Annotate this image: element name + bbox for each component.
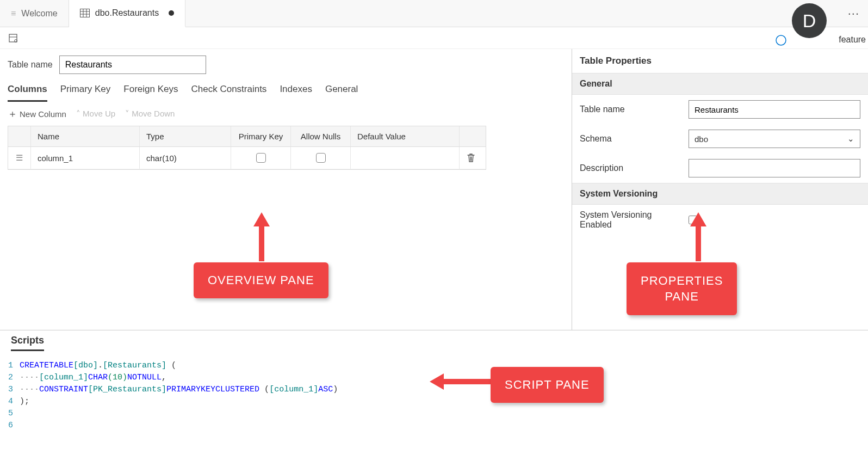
header-type: Type [140, 126, 231, 146]
svg-rect-0 [80, 9, 89, 17]
chevron-up-icon: ˄ [76, 109, 83, 118]
annotation-overview: OVERVIEW PANE [194, 262, 328, 298]
overview-pane: Table name Columns Primary Key Foreign K… [0, 49, 572, 330]
svg-rect-10 [259, 225, 264, 261]
prop-schema-label: Schema [580, 134, 683, 144]
avatar-initial: D [803, 10, 816, 32]
columns-toolbar: ＋New Column ˄ Move Up ˅ Move Down [8, 107, 564, 120]
plus-icon: ＋ [8, 108, 17, 119]
sub-toolbar [0, 27, 868, 49]
tab-restaurants[interactable]: dbo.Restaurants [69, 0, 185, 27]
columns-grid: Name Type Primary Key Allow Nulls Defaul… [8, 126, 486, 170]
section-general: General [572, 73, 868, 95]
cell-nulls[interactable] [291, 147, 351, 169]
move-up-button[interactable]: ˄ Move Up [76, 109, 115, 119]
prop-row-schema: Schema dbo ⌄ [572, 124, 868, 154]
scripts-header: Scripts [0, 330, 868, 355]
svg-rect-12 [696, 225, 701, 261]
feature-text: feature [839, 35, 866, 45]
section-sysver: System Versioning [572, 183, 868, 205]
designer-tabs: Columns Primary Key Foreign Keys Check C… [8, 84, 564, 102]
database-icon[interactable] [8, 33, 18, 44]
prop-row-tablename: Table name [572, 95, 868, 124]
table-name-label: Table name [8, 60, 53, 70]
annotation-properties: PROPERTIESPANE [627, 262, 737, 315]
header-nulls: Allow Nulls [291, 126, 351, 146]
drag-handle-icon[interactable]: ☰ [8, 147, 31, 169]
prop-sysver-label: System Versioning Enabled [580, 210, 683, 230]
designer-tab-general[interactable]: General [325, 84, 358, 102]
properties-title: Table Properties [572, 49, 868, 73]
annotation-script: SCRIPT PANE [491, 367, 604, 403]
delete-row-button[interactable] [460, 147, 482, 169]
table-row[interactable]: ☰ column_1 char(10) [8, 147, 486, 169]
prop-tablename-label: Table name [580, 105, 683, 114]
cell-name[interactable]: column_1 [31, 147, 140, 169]
header-name: Name [31, 126, 140, 146]
scripts-code[interactable]: 1CREATE TABLE [dbo].[Restaurants] ( 2···… [0, 355, 868, 454]
header-handle [8, 126, 31, 146]
header-pk: Primary Key [231, 126, 291, 146]
trash-icon [466, 152, 476, 163]
info-icon[interactable] [776, 35, 786, 47]
prop-description-label: Description [580, 163, 683, 173]
prop-description-input[interactable] [689, 159, 860, 177]
app-root: ≡ Welcome dbo.Restaurants ··· D feature [0, 0, 868, 454]
svg-marker-9 [253, 212, 270, 226]
grid-header: Name Type Primary Key Allow Nulls Defaul… [8, 126, 486, 147]
modified-indicator-icon [169, 10, 174, 16]
cell-type[interactable]: char(10) [140, 147, 231, 169]
new-column-button[interactable]: ＋New Column [8, 107, 66, 120]
svg-rect-6 [9, 34, 17, 42]
chevron-down-icon: ⌄ [847, 134, 854, 144]
prop-row-sysver: System Versioning Enabled [572, 205, 868, 235]
checkbox-nulls[interactable] [316, 153, 326, 163]
prop-schema-select[interactable]: dbo ⌄ [689, 130, 860, 148]
prop-tablename-input[interactable] [689, 100, 860, 119]
tabs-right-controls: ··· [848, 0, 868, 27]
designer-tab-foreign-keys[interactable]: Foreign Keys [123, 84, 178, 102]
checkbox-pk[interactable] [256, 153, 266, 163]
more-icon[interactable]: ··· [848, 7, 859, 21]
svg-rect-14 [443, 379, 495, 384]
annotation-arrow [430, 373, 495, 390]
designer-tab-primary-key[interactable]: Primary Key [60, 84, 111, 102]
svg-point-5 [776, 35, 786, 45]
designer-tab-indexes[interactable]: Indexes [280, 84, 312, 102]
svg-marker-13 [430, 373, 444, 390]
table-icon [80, 9, 90, 17]
designer-tab-columns[interactable]: Columns [8, 84, 47, 102]
prop-schema-value: dbo [695, 134, 708, 144]
tab-welcome[interactable]: ≡ Welcome [0, 0, 69, 27]
main-region: Table name Columns Primary Key Foreign K… [0, 49, 868, 330]
annotation-arrow [253, 212, 270, 261]
avatar[interactable]: D [792, 3, 827, 38]
designer-tab-check-constraints[interactable]: Check Constraints [191, 84, 266, 102]
properties-pane: Table Properties General Table name Sche… [572, 49, 868, 330]
move-down-button[interactable]: ˅ Move Down [125, 109, 175, 119]
annotation-arrow [690, 212, 706, 261]
tab-welcome-label: Welcome [21, 9, 57, 19]
table-name-row: Table name [8, 56, 564, 74]
scripts-pane: Scripts 1CREATE TABLE [dbo].[Restaurants… [0, 330, 868, 454]
tab-restaurants-label: dbo.Restaurants [95, 8, 159, 18]
list-icon: ≡ [11, 9, 16, 19]
chevron-down-icon: ˅ [125, 109, 132, 118]
header-default: Default Value [351, 126, 460, 146]
table-name-input[interactable] [59, 56, 206, 74]
prop-row-description: Description [572, 154, 868, 183]
scripts-title: Scripts [11, 335, 44, 351]
svg-marker-11 [690, 212, 706, 226]
editor-tabs: ≡ Welcome dbo.Restaurants ··· [0, 0, 868, 27]
cell-default[interactable] [351, 147, 460, 169]
cell-pk[interactable] [231, 147, 291, 169]
header-delete [460, 126, 482, 146]
